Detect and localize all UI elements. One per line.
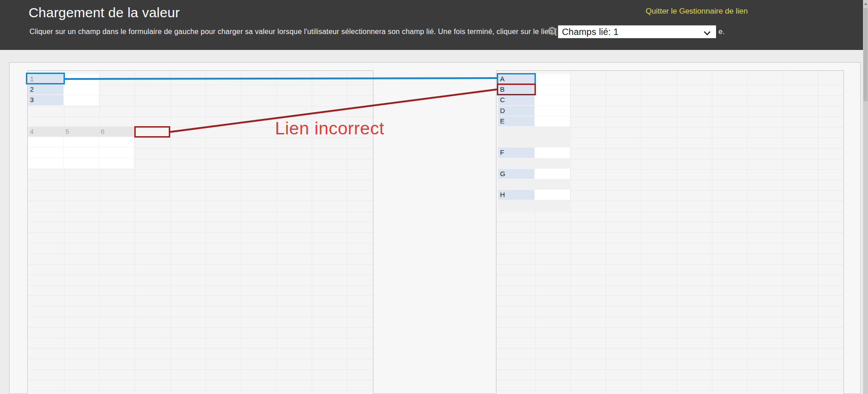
field-layer: 123456ABCDEFGH [0, 0, 868, 394]
left-field-2-input[interactable] [64, 84, 99, 94]
left-grid-cell[interactable] [28, 137, 63, 147]
left-grid-cell[interactable] [28, 158, 63, 168]
right-field-G[interactable]: G [498, 169, 535, 179]
left-field-2[interactable]: 2 [28, 84, 64, 94]
left-field-3[interactable]: 3 [28, 95, 64, 105]
right-empty-row [498, 158, 570, 168]
right-field-D-input[interactable] [535, 106, 570, 116]
right-field-E-input[interactable] [535, 116, 570, 126]
left-grid-cell[interactable] [99, 137, 134, 147]
left-grid-cell[interactable] [64, 158, 98, 168]
left-field-1[interactable]: 1 [28, 74, 64, 84]
incorrect-link-label: Lien incorrect [275, 118, 384, 138]
right-field-E[interactable]: E [498, 116, 535, 126]
right-field-F[interactable]: F [498, 148, 535, 158]
left-grid-cell[interactable] [64, 137, 98, 147]
right-field-G-input[interactable] [535, 169, 570, 179]
right-field-D[interactable]: D [498, 106, 535, 116]
right-empty-row [498, 200, 570, 210]
left-field-5[interactable]: 5 [64, 127, 99, 137]
left-grid-cell[interactable] [99, 148, 134, 158]
right-empty-row [498, 179, 570, 189]
scrollbar-thumb[interactable] [863, 8, 868, 101]
right-field-B-input[interactable] [535, 84, 570, 94]
left-field-3-input[interactable] [64, 95, 99, 105]
left-grid-cell[interactable] [28, 148, 63, 158]
right-field-H-input[interactable] [535, 190, 570, 200]
right-field-C[interactable]: C [498, 95, 535, 105]
left-grid-cell[interactable] [99, 158, 134, 168]
left-grid-cell[interactable] [64, 148, 98, 158]
right-field-B[interactable]: B [498, 84, 535, 94]
left-field-6[interactable]: 6 [99, 127, 134, 137]
scrollbar-up-arrow-icon[interactable] [864, 3, 868, 5]
left-field-4[interactable]: 4 [28, 127, 64, 137]
right-field-F-input[interactable] [535, 148, 570, 158]
right-field-A-input[interactable] [535, 74, 570, 84]
link-manager-page: Chargement de la valeur Cliquer sur un c… [0, 0, 868, 394]
left-field-1-input[interactable] [64, 74, 99, 84]
right-empty-row [498, 137, 570, 147]
right-field-C-input[interactable] [535, 95, 570, 105]
right-field-A[interactable]: A [498, 74, 535, 84]
right-field-H[interactable]: H [498, 190, 535, 200]
right-empty-row [498, 127, 570, 137]
vertical-scrollbar[interactable] [863, 0, 868, 394]
